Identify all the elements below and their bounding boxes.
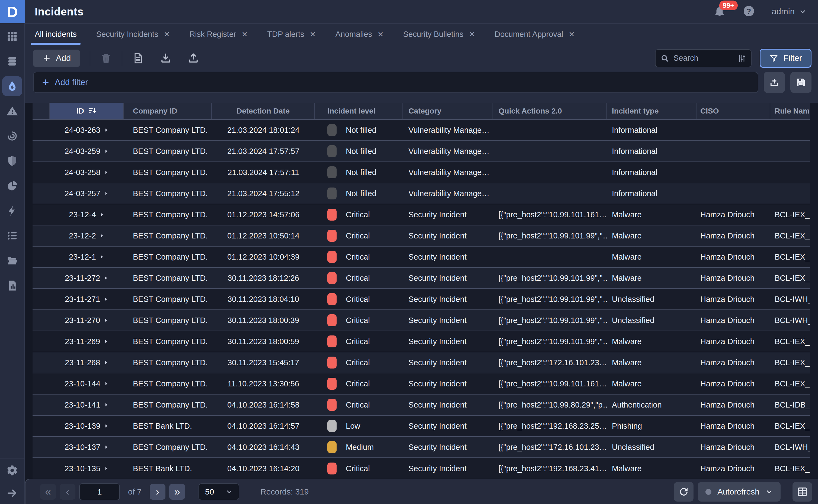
table-row[interactable]: 24-03-263BEST Company LTD.21.03.2024 18:… bbox=[33, 120, 810, 141]
search-input[interactable] bbox=[674, 54, 733, 63]
table-row[interactable]: 23-11-268BEST Company LTD.30.11.2023 15:… bbox=[33, 352, 810, 373]
table-row[interactable]: 24-03-258BEST Company LTD.21.03.2024 17:… bbox=[33, 162, 810, 183]
tab-close-icon[interactable]: ✕ bbox=[310, 30, 316, 39]
cell-id[interactable]: 23-10-137 bbox=[50, 437, 124, 457]
column-header-qa[interactable]: Quick Actions 2.0 bbox=[493, 103, 607, 119]
tab-close-icon[interactable]: ✕ bbox=[378, 30, 384, 39]
cell-id[interactable]: 23-12-2 bbox=[50, 225, 124, 246]
column-header-category[interactable]: Category bbox=[403, 103, 493, 119]
save-filter-button[interactable] bbox=[790, 72, 811, 93]
last-page-button[interactable]: » bbox=[169, 484, 185, 500]
sidebar-item-files[interactable] bbox=[4, 252, 21, 269]
table-row[interactable]: 23-12-1BEST Company LTD.01.12.2023 10:04… bbox=[33, 247, 810, 268]
expand-caret-icon[interactable] bbox=[103, 318, 109, 323]
expand-caret-icon[interactable] bbox=[104, 127, 109, 133]
expand-caret-icon[interactable] bbox=[104, 191, 109, 196]
table-row[interactable]: 23-11-272BEST Company LTD.30.11.2023 18:… bbox=[33, 268, 810, 289]
column-header-level[interactable]: Incident level bbox=[315, 103, 403, 119]
sidebar-item-protection[interactable] bbox=[4, 152, 21, 170]
table-row[interactable]: 23-10-137BEST Company LTD.04.10.2023 16:… bbox=[33, 437, 810, 458]
refresh-button[interactable] bbox=[674, 482, 694, 502]
column-header-rule[interactable]: Rule Name bbox=[770, 103, 810, 119]
cell-id[interactable]: 23-10-144 bbox=[50, 373, 124, 394]
expand-caret-icon[interactable] bbox=[99, 233, 105, 238]
expand-caret-icon[interactable] bbox=[104, 423, 109, 429]
filter-button[interactable]: Filter bbox=[760, 49, 811, 68]
table-scrollbar-gutter[interactable] bbox=[810, 103, 818, 479]
sidebar-item-analytics[interactable] bbox=[4, 177, 21, 195]
cell-id[interactable]: 23-11-268 bbox=[50, 352, 124, 373]
table-row[interactable]: 23-11-270BEST Company LTD.30.11.2023 18:… bbox=[33, 310, 810, 331]
expand-caret-icon[interactable] bbox=[103, 360, 109, 365]
tab-risk-register[interactable]: Risk Register✕ bbox=[189, 24, 248, 45]
expand-caret-icon[interactable] bbox=[103, 339, 109, 344]
cell-id[interactable]: 23-11-271 bbox=[50, 289, 124, 309]
cell-id[interactable]: 23-11-269 bbox=[50, 331, 124, 352]
add-button[interactable]: Add bbox=[33, 50, 80, 67]
sidebar-item-lists[interactable] bbox=[4, 227, 21, 244]
sidebar-item-incidents[interactable] bbox=[2, 76, 22, 96]
cell-id[interactable]: 23-11-272 bbox=[50, 268, 124, 288]
next-page-button[interactable]: › bbox=[150, 484, 165, 500]
cell-id[interactable]: 24-03-258 bbox=[50, 162, 124, 183]
cell-id[interactable]: 24-03-257 bbox=[50, 183, 124, 204]
column-header-detected[interactable]: Detection Date bbox=[212, 103, 315, 119]
load-filter-button[interactable] bbox=[764, 72, 785, 93]
table-row[interactable]: 24-03-259BEST Company LTD.21.03.2024 17:… bbox=[33, 141, 810, 162]
column-header-company[interactable]: Company ID bbox=[124, 103, 212, 119]
cell-id[interactable]: 23-11-270 bbox=[50, 310, 124, 331]
report-button[interactable] bbox=[132, 52, 144, 64]
sidebar-item-database[interactable] bbox=[4, 53, 21, 70]
expand-caret-icon[interactable] bbox=[104, 402, 109, 408]
table-row[interactable]: 23-11-271BEST Company LTD.30.11.2023 18:… bbox=[33, 289, 810, 310]
cell-id[interactable]: 24-03-259 bbox=[50, 141, 124, 161]
expand-caret-icon[interactable] bbox=[99, 212, 105, 217]
expand-caret-icon[interactable] bbox=[104, 381, 109, 386]
app-logo[interactable]: D bbox=[0, 0, 25, 23]
download-button[interactable] bbox=[160, 52, 172, 64]
prev-page-button[interactable]: ‹ bbox=[60, 484, 75, 500]
sidebar-item-automation[interactable] bbox=[4, 202, 21, 219]
tab-close-icon[interactable]: ✕ bbox=[242, 30, 248, 39]
upload-button[interactable] bbox=[187, 52, 199, 64]
cell-id[interactable]: 23-10-139 bbox=[50, 416, 124, 436]
tab-tdp-alerts[interactable]: TDP alerts✕ bbox=[267, 24, 316, 45]
tab-security-incidents[interactable]: Security Incidents✕ bbox=[96, 24, 170, 45]
table-row[interactable]: 24-03-257BEST Company LTD.21.03.2024 17:… bbox=[33, 183, 810, 204]
expand-caret-icon[interactable] bbox=[104, 170, 109, 175]
column-header-ciso[interactable]: CISO bbox=[697, 103, 770, 119]
first-page-button[interactable]: « bbox=[40, 484, 56, 500]
table-view-button[interactable] bbox=[793, 482, 812, 502]
help-button[interactable]: ? bbox=[743, 5, 755, 18]
delete-button[interactable] bbox=[100, 52, 112, 64]
sidebar-expand-button[interactable] bbox=[4, 484, 21, 502]
sidebar-item-apps[interactable] bbox=[4, 28, 21, 45]
cell-id[interactable]: 23-12-4 bbox=[50, 204, 124, 225]
cell-id[interactable]: 23-10-141 bbox=[50, 395, 124, 415]
user-menu[interactable]: admin bbox=[772, 7, 807, 17]
table-row[interactable]: 23-12-2BEST Company LTD.01.12.2023 10:50… bbox=[33, 225, 810, 247]
table-row[interactable]: 23-10-144BEST Company LTD.11.10.2023 13:… bbox=[33, 373, 810, 395]
column-header-row-handle[interactable] bbox=[33, 103, 50, 119]
expand-caret-icon[interactable] bbox=[99, 254, 105, 260]
tab-close-icon[interactable]: ✕ bbox=[164, 30, 170, 39]
table-row[interactable]: 23-10-135BEST Bank LTD.04.10.2023 16:14:… bbox=[33, 458, 810, 479]
cell-id[interactable]: 23-12-1 bbox=[50, 247, 124, 267]
add-filter-button[interactable]: Add filter bbox=[33, 72, 758, 93]
expand-caret-icon[interactable] bbox=[103, 275, 109, 281]
column-header-type[interactable]: Incident type bbox=[607, 103, 697, 119]
tab-close-icon[interactable]: ✕ bbox=[469, 30, 475, 39]
tab-document-approval[interactable]: Document Approval✕ bbox=[495, 24, 575, 45]
column-header-id[interactable]: ID bbox=[50, 103, 124, 119]
table-row[interactable]: 23-10-141BEST Company LTD.04.10.2023 16:… bbox=[33, 395, 810, 416]
sidebar-settings-button[interactable] bbox=[4, 462, 21, 479]
table-row[interactable]: 23-12-4BEST Company LTD.01.12.2023 14:57… bbox=[33, 204, 810, 225]
tab-close-icon[interactable]: ✕ bbox=[569, 30, 575, 39]
tab-anomalies[interactable]: Anomalies✕ bbox=[335, 24, 384, 45]
expand-caret-icon[interactable] bbox=[104, 148, 109, 154]
expand-caret-icon[interactable] bbox=[103, 296, 109, 302]
sidebar-item-alerts[interactable] bbox=[4, 102, 21, 120]
search-settings-icon[interactable] bbox=[738, 54, 746, 63]
sidebar-item-intel[interactable] bbox=[4, 127, 21, 145]
expand-caret-icon[interactable] bbox=[104, 444, 109, 450]
